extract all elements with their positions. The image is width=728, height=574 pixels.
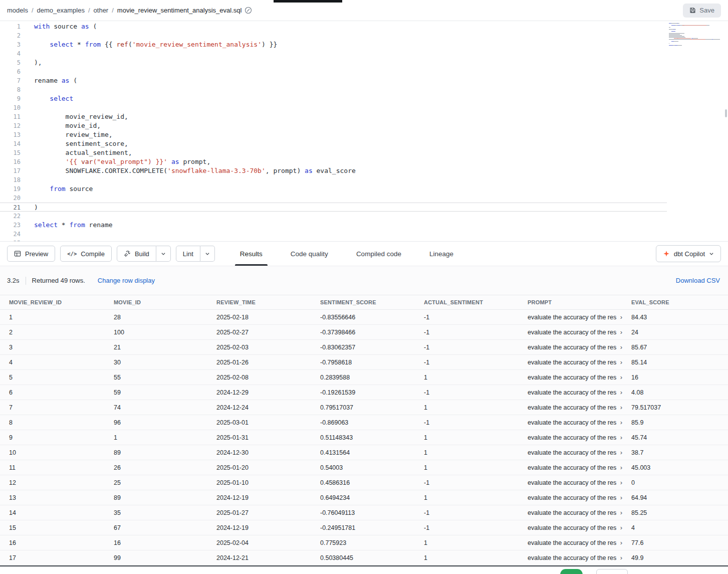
table-cell: 0.2839588 [311, 374, 415, 381]
table-cell: 4 [0, 359, 105, 366]
code-line[interactable]: 20 [0, 194, 728, 203]
table-cell: 16 [622, 374, 728, 381]
table-cell: -1 [415, 419, 519, 426]
breadcrumb-segment[interactable]: other [94, 7, 109, 14]
code-line[interactable]: 1with source as ( [0, 22, 728, 31]
table-cell: -1 [415, 509, 519, 516]
table-cell: 85.67 [622, 344, 728, 351]
code-line[interactable]: 8 [0, 85, 728, 94]
prompt-cell: evaluate the accuracy of the res...› [519, 449, 622, 456]
line-number: 23 [0, 221, 21, 230]
table-cell: 1 [415, 464, 519, 471]
code-line[interactable]: 9 select [0, 94, 728, 103]
table-cell: 30 [105, 359, 207, 366]
toolbar: Preview </> Compile Build [0, 242, 728, 266]
table-cell: -1 [415, 389, 519, 396]
code-line[interactable]: 6 [0, 67, 728, 76]
table-cell: 79.517037 [622, 404, 728, 411]
table-row: 14352025-01-27-0.76049113-1evaluate the … [0, 505, 728, 520]
table-cell: 2025-02-18 [207, 314, 311, 321]
table-cell: -1 [415, 524, 519, 531]
code-line[interactable]: 19 from source [0, 184, 728, 194]
tab-results[interactable]: Results [235, 242, 268, 266]
line-number: 6 [0, 67, 21, 76]
save-button[interactable]: Save [683, 4, 721, 18]
table-row: 15672024-12-19-0.24951781-1evaluate the … [0, 520, 728, 535]
code-line[interactable]: 10 [0, 103, 728, 112]
table-cell: 1 [0, 314, 105, 321]
line-number: 12 [0, 121, 21, 130]
minimap[interactable] [669, 23, 720, 48]
code-line[interactable]: 23select * from rename [0, 221, 728, 230]
table-cell: 84.43 [622, 314, 728, 321]
code-line[interactable]: 2 [0, 31, 728, 40]
table-cell: 2025-02-03 [207, 344, 311, 351]
table-row: 11262025-01-200.540031evaluate the accur… [0, 460, 728, 475]
code-line[interactable]: 12 movie_id, [0, 121, 728, 130]
table-cell: -1 [415, 479, 519, 486]
tab-compiled-code[interactable]: Compiled code [351, 242, 406, 266]
table-cell: 1 [415, 449, 519, 456]
compile-button[interactable]: </> Compile [60, 246, 112, 262]
dbt-copilot-button[interactable]: dbt Copilot [656, 245, 721, 262]
breadcrumb-segment[interactable]: demo_examples [37, 7, 85, 14]
table-row: 12252025-01-100.4586316-1evaluate the ac… [0, 475, 728, 490]
table-row: 4302025-01-26-0.7958618-1evaluate the ac… [0, 355, 728, 370]
code-line[interactable]: 3 select * from {{ ref('movie_review_sen… [0, 40, 728, 49]
table-cell: -0.869063 [311, 419, 415, 426]
lint-button[interactable]: Lint [176, 246, 200, 262]
code-line[interactable]: 18 [0, 175, 728, 184]
line-number: 20 [0, 194, 21, 203]
code-line[interactable]: 11 movie_review_id, [0, 112, 728, 121]
download-csv-link[interactable]: Download CSV [676, 277, 721, 284]
prompt-preview: evaluate the accuracy of the res... [528, 404, 617, 411]
code-line[interactable]: 14 sentiment_score, [0, 139, 728, 148]
results-table-header: MOVIE_REVIEW_IDMOVIE_IDREVIEW_TIMESENTIM… [0, 295, 728, 310]
code-line[interactable]: 13 review_time, [0, 130, 728, 139]
code-line[interactable]: 15 actual_sentiment, [0, 148, 728, 157]
editor-scrollbar-thumb[interactable] [725, 109, 727, 117]
code-line[interactable]: 22 [0, 212, 728, 221]
results-rows: 1282025-02-18-0.83556646-1evaluate the a… [0, 310, 728, 565]
code-line[interactable]: 16 '{{ var("eval_prompt") }}' as prompt, [0, 157, 728, 166]
table-cell: 45.003 [622, 464, 728, 471]
preview-button[interactable]: Preview [7, 246, 55, 262]
line-number: 7 [0, 76, 21, 85]
table-cell: -0.83062357 [311, 344, 415, 351]
save-label: Save [699, 7, 714, 14]
code-line[interactable]: 5), [0, 58, 728, 67]
line-number: 24 [0, 230, 21, 239]
line-number: 11 [0, 112, 21, 121]
bottom-green-button[interactable] [560, 569, 583, 574]
column-header: PROMPT [519, 299, 622, 305]
build-dropdown-button[interactable] [156, 246, 171, 262]
table-cell: 0.51148343 [311, 434, 415, 441]
divider [26, 277, 26, 285]
table-cell: 35 [105, 509, 207, 516]
chevron-down-icon [709, 251, 714, 256]
prompt-cell: evaluate the accuracy of the res...› [519, 314, 622, 321]
prompt-cell: evaluate the accuracy of the res...› [519, 539, 622, 546]
code-editor[interactable]: 1with source as (23 select * from {{ ref… [0, 21, 728, 242]
breadcrumb-segment[interactable]: models [7, 7, 28, 14]
table-cell: 0.6494234 [311, 494, 415, 501]
prompt-preview: evaluate the accuracy of the res... [528, 434, 617, 441]
tab-code-quality[interactable]: Code quality [286, 242, 333, 266]
code-line[interactable]: 7rename as ( [0, 76, 728, 85]
line-number: 16 [0, 157, 21, 166]
change-row-display-link[interactable]: Change row display [98, 277, 155, 284]
lint-dropdown-button[interactable] [200, 246, 215, 262]
tab-lineage[interactable]: Lineage [424, 242, 458, 266]
code-line[interactable]: 24 [0, 230, 728, 239]
table-cell: 26 [105, 464, 207, 471]
table-cell: 21 [105, 344, 207, 351]
bottom-secondary-button[interactable] [596, 569, 628, 574]
code-line[interactable]: 4 [0, 49, 728, 58]
table-cell: 7 [0, 404, 105, 411]
code-line[interactable]: 21) [0, 203, 667, 212]
prompt-preview: evaluate the accuracy of the res... [528, 554, 617, 561]
code-line[interactable]: 17 SNOWFLAKE.CORTEX.COMPLETE('snowflake-… [0, 166, 728, 175]
prompt-cell: evaluate the accuracy of the res...› [519, 404, 622, 411]
build-button[interactable]: Build [117, 246, 156, 262]
table-cell: -0.76049113 [311, 509, 415, 516]
